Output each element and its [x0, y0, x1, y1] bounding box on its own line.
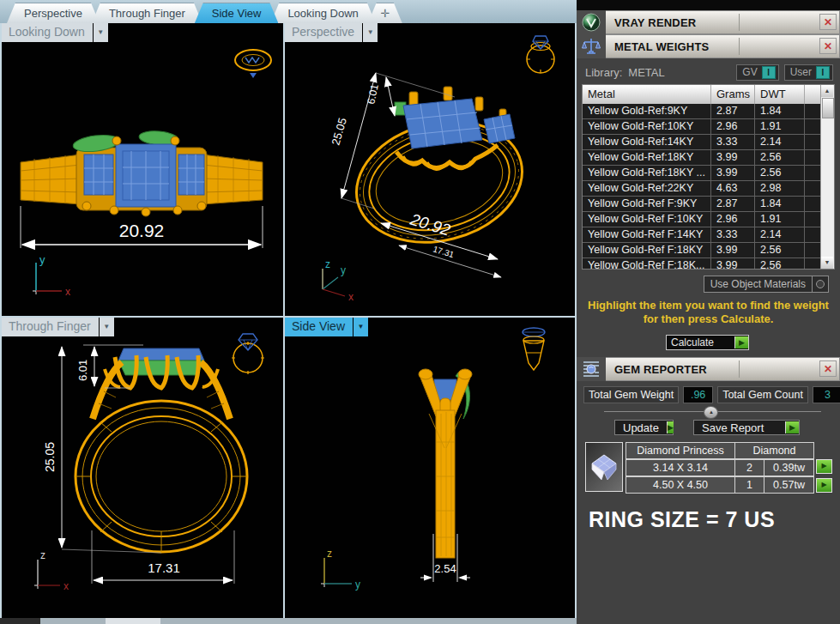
tab-side-view[interactable]: Side View — [195, 3, 279, 23]
princess-diamond-icon — [585, 442, 623, 492]
ring-top-view-drawing: 20.92 y x — [2, 23, 281, 314]
instruction-text: Highlight the item you want to find the … — [577, 299, 840, 326]
viewport-perspective[interactable]: Perspective ▼ — [285, 23, 575, 316]
chevron-down-icon[interactable]: ▼ — [354, 318, 368, 336]
metal-weights-header-bar: METAL WEIGHTS ✕ — [606, 34, 840, 58]
add-tab-button[interactable]: ✛ — [368, 3, 402, 23]
gem-row-size[interactable]: 4.50 X 4.50 — [625, 476, 735, 494]
play-icon: ▶ — [734, 336, 748, 348]
viewport-label-side-view[interactable]: Side View ▼ — [285, 318, 368, 336]
calculate-label: Calculate — [667, 336, 734, 348]
save-report-button[interactable]: Save Report ▶ — [693, 420, 800, 435]
vray-render-header[interactable]: VRAY RENDER ✕ — [577, 10, 840, 34]
gem-row-play-icon[interactable]: ▶ — [816, 459, 832, 474]
scroll-up-icon[interactable]: ▲ — [821, 85, 833, 97]
library-row: Library: METAL GV I User I — [585, 64, 833, 81]
viewport-label-through-finger[interactable]: Through Finger ▼ — [2, 318, 114, 336]
axis-gizmo: y x — [33, 253, 70, 298]
viewport-label-perspective[interactable]: Perspective ▼ — [285, 23, 378, 42]
svg-text:25.05: 25.05 — [43, 442, 57, 472]
viewport-side-view[interactable]: Side View ▼ — [285, 318, 575, 618]
svg-text:z: z — [40, 549, 45, 561]
gem-reporter-header[interactable]: GEM REPORTER ✕ — [577, 357, 840, 381]
ring-perspective-drawing: 6.01 25.05 20.92 17.31 z y x — [285, 23, 575, 314]
table-row[interactable]: Yellow Gold-Ref:18KY ...3.992.56 — [583, 166, 821, 181]
table-row[interactable]: Yellow Gold-Ref:18KY3.992.56 — [583, 150, 821, 166]
collapse-icon[interactable]: ▲ — [704, 406, 718, 419]
metal-weights-table: Metal Grams DWT Yellow Gold-Ref:9KY2.871… — [582, 84, 835, 270]
table-row[interactable]: Yellow Gold-Ref F:18KY3.992.56 — [583, 243, 821, 258]
col-grams[interactable]: Grams — [711, 85, 755, 104]
svg-text:y: y — [341, 264, 346, 276]
vray-header-bar: VRAY RENDER ✕ — [606, 10, 840, 34]
bottom-strip-segment — [0, 618, 40, 624]
viewport-tab-bar: Perspective Through Finger Side View Loo… — [0, 0, 577, 23]
radio-icon[interactable] — [812, 276, 828, 292]
user-toggle-button[interactable]: User I — [784, 64, 833, 81]
chevron-down-icon[interactable]: ▼ — [100, 318, 114, 336]
table-row[interactable]: Yellow Gold-Ref F:14KY3.332.14 — [583, 227, 821, 243]
scroll-down-icon[interactable]: ▼ — [821, 257, 833, 269]
metal-table-header[interactable]: Metal Grams DWT — [583, 85, 821, 104]
user-toggle-indicator[interactable]: I — [816, 66, 830, 79]
scrollbar-thumb[interactable] — [822, 98, 834, 118]
viewport-through-finger[interactable]: Through Finger ▼ — [2, 318, 283, 618]
vray-title: VRAY RENDER — [606, 16, 696, 29]
table-row[interactable]: Yellow Gold-Ref:9KY2.871.84 — [583, 104, 821, 119]
tab-perspective[interactable]: Perspective — [7, 3, 100, 23]
table-row[interactable]: Yellow Gold-Ref F:18K...3.992.56 — [583, 258, 821, 270]
gem-table-section: Diamond Princess Diamond 3.14 X 3.14 2 0… — [585, 442, 840, 494]
header-divider — [739, 360, 740, 378]
close-icon[interactable]: ✕ — [819, 14, 837, 30]
svg-text:z: z — [325, 258, 330, 270]
viewport-grid: Looking Down ▼ — [0, 23, 577, 618]
shank-profile — [429, 410, 462, 558]
svg-text:y: y — [355, 579, 360, 591]
table-row[interactable]: Yellow Gold-Ref F:10KY2.961.91 — [583, 212, 821, 227]
tab-looking-down[interactable]: Looking Down — [270, 3, 375, 23]
gem-row-count[interactable]: 1 — [735, 476, 764, 494]
ring-head — [395, 87, 515, 170]
gem-totals-row: Total Gem Weight .96 Total Gem Count 3 — [583, 386, 833, 403]
update-label: Update — [615, 421, 667, 434]
calculate-button[interactable]: Calculate ▶ — [666, 335, 749, 350]
axis-gizmo: z y x — [323, 258, 354, 303]
col-metal[interactable]: Metal — [583, 85, 711, 104]
table-row[interactable]: Yellow Gold-Ref:22KY4.632.98 — [583, 181, 821, 197]
table-scrollbar[interactable]: ▲ ▼ — [820, 85, 834, 269]
gv-toggle-indicator[interactable]: I — [762, 66, 776, 79]
chevron-down-icon[interactable]: ▼ — [94, 23, 108, 42]
metal-weights-header[interactable]: METAL WEIGHTS ✕ — [577, 34, 840, 58]
instruction-line-2: for then press Calculate. — [577, 312, 840, 326]
table-row[interactable]: Yellow Gold-Ref:10KY2.961.91 — [583, 119, 821, 135]
gv-toggle-button[interactable]: GV I — [736, 64, 778, 81]
axis-gizmo: z y — [321, 548, 360, 591]
use-object-materials-button[interactable]: Use Object Materials — [704, 276, 829, 293]
ring-front-view-drawing: 6.01 25.05 17.31 z x — [2, 318, 281, 616]
tab-through-finger[interactable]: Through Finger — [92, 3, 202, 23]
gem-row-weight[interactable]: 0.39tw — [764, 459, 814, 476]
use-object-materials-label: Use Object Materials — [710, 278, 806, 290]
gem-row-size[interactable]: 3.14 X 3.14 — [625, 459, 735, 476]
table-row[interactable]: Yellow Gold-Ref:14KY3.332.14 — [583, 135, 821, 150]
viewport-looking-down[interactable]: Looking Down ▼ — [2, 23, 283, 316]
gem-row-weight[interactable]: 0.57tw — [764, 476, 814, 494]
table-row[interactable]: Yellow Gold-Ref F:9KY2.871.84 — [583, 197, 821, 212]
viewport-label-text: Perspective — [285, 23, 362, 42]
use-object-materials-row: Use Object Materials — [577, 276, 829, 293]
col-spacer — [805, 85, 821, 104]
update-button[interactable]: Update ▶ — [614, 420, 674, 435]
gem-row-count[interactable]: 2 — [735, 459, 764, 476]
chevron-down-icon[interactable]: ▼ — [363, 23, 378, 42]
gem-row-play-icon[interactable]: ▶ — [816, 478, 832, 493]
total-gem-count-value: 3 — [813, 386, 840, 403]
viewport-label-text: Side View — [285, 318, 353, 336]
close-icon[interactable]: ✕ — [819, 360, 837, 377]
col-dwt[interactable]: DWT — [755, 85, 805, 104]
viewport-label-looking-down[interactable]: Looking Down ▼ — [2, 23, 108, 42]
ring-orientation-icon — [523, 328, 545, 370]
svg-text:25.05: 25.05 — [329, 116, 348, 146]
gem-reporter-header-bar: GEM REPORTER ✕ — [606, 357, 840, 381]
collapse-divider: ▲ — [604, 406, 821, 417]
close-icon[interactable]: ✕ — [819, 38, 837, 54]
